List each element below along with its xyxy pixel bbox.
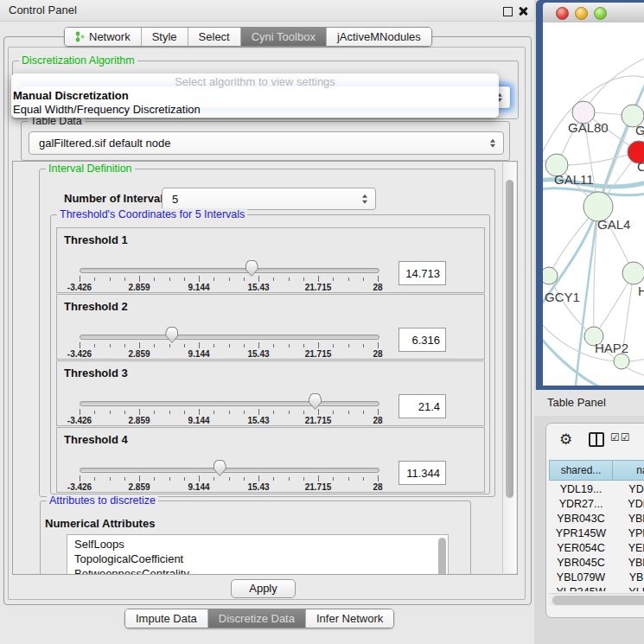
- threshold-1-slider-track[interactable]: [80, 268, 379, 273]
- table-cell[interactable]: YDL19...: [549, 482, 613, 497]
- tick-mark: [244, 411, 245, 414]
- threshold-3-slider-track[interactable]: [80, 401, 379, 406]
- float-icon[interactable]: [503, 7, 513, 16]
- table-cell[interactable]: YPR145W: [549, 526, 613, 541]
- algorithm-dropdown-popup: Select algorithm to view settings Manual…: [11, 73, 499, 118]
- table-cell[interactable]: YER0: [612, 541, 644, 556]
- checkboxes-icon[interactable]: ☑☑: [610, 431, 631, 443]
- threshold-4-value-field[interactable]: 11.344: [399, 461, 446, 485]
- settings-scroll-thumb[interactable]: [506, 180, 513, 498]
- table-cell[interactable]: YDR2: [612, 497, 644, 512]
- network-icon: [75, 31, 85, 42]
- tab-select[interactable]: Select: [188, 28, 241, 46]
- table-cell[interactable]: YDL1: [612, 482, 644, 497]
- table-cell[interactable]: YPR1: [612, 526, 644, 541]
- tick-mark: [303, 344, 304, 348]
- zoom-traffic-light-icon[interactable]: [594, 7, 607, 20]
- tick-mark: [229, 344, 230, 348]
- table-horizontal-scrollbar[interactable]: [549, 593, 644, 606]
- tick-mark: [80, 342, 80, 348]
- minimize-traffic-light-icon[interactable]: [575, 7, 588, 20]
- tick-mark: [289, 477, 290, 481]
- threshold-4-slider-track[interactable]: [80, 468, 379, 473]
- table-cell[interactable]: YBL0: [612, 571, 644, 585]
- threshold-2-slider-track[interactable]: [80, 335, 379, 340]
- attributes-list[interactable]: SelfLoopsTopologicalCoefficientBetweenne…: [67, 534, 449, 575]
- table-cell[interactable]: YBR045C: [549, 556, 613, 571]
- tick-label: 2.859: [118, 482, 160, 492]
- network-node[interactable]: [614, 354, 629, 369]
- table-data-combobox[interactable]: galFiltered.sif default node: [29, 131, 504, 155]
- table-hscroll-thumb[interactable]: [552, 596, 644, 605]
- table-cell[interactable]: YDR27...: [549, 497, 613, 512]
- table-panel-titlebar: Table Panel: [534, 390, 644, 416]
- num-intervals-combobox[interactable]: 5: [162, 188, 376, 210]
- tab-network[interactable]: Network: [65, 28, 142, 46]
- tick-mark: [214, 277, 214, 281]
- tick-label: -3.426: [59, 416, 100, 425]
- gear-icon[interactable]: ⚙: [559, 430, 572, 448]
- node-label-gal4: GAL4: [597, 217, 630, 232]
- bottom-tab-discretize-data[interactable]: Discretize Data: [208, 609, 306, 628]
- threshold-4-label: Threshold 4: [64, 433, 128, 446]
- algorithm-option-equal-width-frequency-discretization[interactable]: Equal Width/Frequency Discretization: [13, 103, 201, 116]
- threshold-2-slider-thumb[interactable]: [165, 327, 178, 343]
- tick-mark: [214, 411, 214, 414]
- tick-mark: [273, 411, 274, 414]
- attribute-item-betweennesscentrality[interactable]: BetweennessCentrality: [74, 567, 189, 575]
- table-cell[interactable]: YLR345W: [549, 585, 613, 591]
- tick-mark: [94, 477, 95, 481]
- network-canvas[interactable]: GAL80GACGAL11GAL4GCY1HHAP2: [543, 22, 644, 386]
- tab-cyni-toolbox[interactable]: Cyni Toolbox: [241, 28, 327, 46]
- threshold-1-box: Threshold 1-3.4262.8599.14415.4321.71528…: [56, 227, 485, 293]
- tick-mark: [363, 477, 364, 481]
- threshold-3-slider-thumb[interactable]: [309, 393, 322, 410]
- threshold-3-value-field[interactable]: 21.4: [399, 394, 446, 418]
- threshold-1-value-field[interactable]: 14.713: [399, 261, 446, 285]
- bottom-tab-infer-network[interactable]: Infer Network: [306, 609, 393, 628]
- apply-button[interactable]: Apply: [231, 579, 296, 598]
- tick-label: 2.859: [118, 416, 160, 425]
- table-cell[interactable]: YBL079W: [549, 571, 613, 585]
- threshold-2-value-field[interactable]: 6.316: [399, 328, 446, 352]
- settings-vertical-scrollbar[interactable]: [502, 163, 516, 573]
- columns-icon[interactable]: [589, 432, 604, 447]
- threshold-4-slider-thumb[interactable]: [214, 460, 226, 476]
- tab-style[interactable]: Style: [142, 28, 188, 46]
- column-header-1[interactable]: na: [612, 460, 644, 481]
- tick-label: 28: [357, 482, 399, 492]
- close-traffic-light-icon[interactable]: [556, 7, 569, 20]
- combo-arrows-icon: [490, 138, 495, 148]
- tab-jactivemnodules[interactable]: jActiveMNodules: [327, 28, 431, 46]
- bottom-tab-impute-data-label: Impute Data: [136, 612, 197, 625]
- tick-mark: [154, 411, 155, 414]
- tick-mark: [139, 276, 140, 282]
- tick-mark: [258, 342, 259, 348]
- bottom-tab-impute-data[interactable]: Impute Data: [125, 609, 208, 628]
- tick-mark: [258, 409, 259, 415]
- num-intervals-label: Number of Intervals: [64, 192, 169, 205]
- close-icon[interactable]: [518, 6, 528, 16]
- network-node-gcy1[interactable]: [543, 267, 558, 284]
- network-window-titlebar[interactable]: [543, 3, 644, 23]
- tick-mark: [184, 344, 185, 348]
- threshold-1-slider-thumb[interactable]: [245, 260, 258, 277]
- node-label-h: H: [638, 284, 644, 298]
- table-cell[interactable]: YBR0: [612, 512, 644, 526]
- table-cell[interactable]: YER054C: [549, 541, 613, 556]
- node-label-hap2: HAP2: [595, 341, 628, 355]
- attribute-item-selfloops[interactable]: SelfLoops: [74, 538, 124, 551]
- attributes-list-scrollbar[interactable]: [438, 538, 446, 575]
- table-cell[interactable]: YBR043C: [549, 512, 613, 526]
- column-header-0[interactable]: shared...: [549, 460, 613, 481]
- attribute-item-topologicalcoefficient[interactable]: TopologicalCoefficient: [74, 552, 183, 565]
- table-cell[interactable]: YLR3: [612, 585, 644, 591]
- network-node-h[interactable]: [622, 262, 644, 284]
- tick-label: -3.426: [59, 283, 100, 292]
- threshold-3-box: Threshold 3-3.4262.8599.14415.4321.71528…: [56, 360, 485, 426]
- tick-mark: [378, 409, 379, 415]
- tick-mark: [199, 342, 200, 348]
- algorithm-option-manual-discretization[interactable]: Manual Discretization: [13, 89, 129, 102]
- table-cell[interactable]: YBR0: [612, 556, 644, 571]
- tick-label: -3.426: [59, 482, 100, 492]
